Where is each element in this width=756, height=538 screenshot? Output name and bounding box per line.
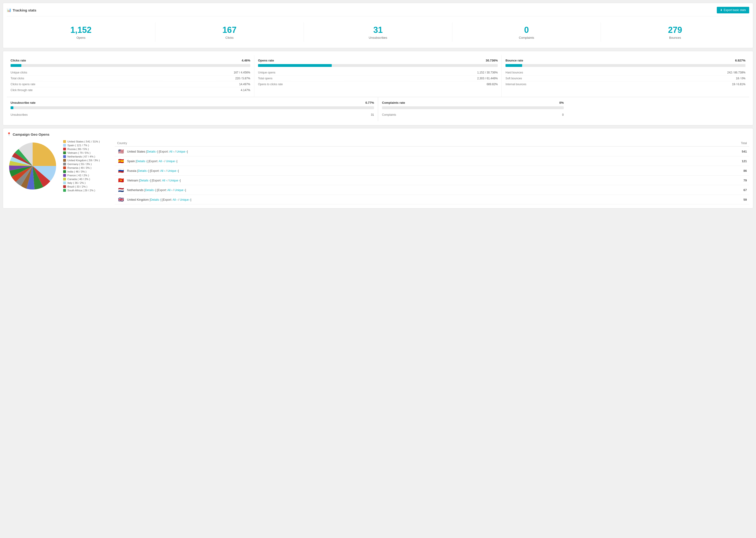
country-name: Spain	[127, 159, 135, 163]
export-unique-link[interactable]: Unique ›	[169, 179, 180, 182]
details-link[interactable]: Details ›	[147, 150, 157, 153]
legend-dot	[63, 170, 66, 173]
export-unique-link[interactable]: Unique ›	[166, 160, 177, 163]
unsubscribe-rate-bar-fill	[11, 106, 13, 109]
export-all-link[interactable]: All ›	[167, 188, 172, 192]
country-total: 121	[742, 159, 747, 163]
rate-row: Total opens 2,303 / 61.446%	[258, 76, 498, 81]
legend-dot	[63, 178, 66, 181]
bounce-rate-header: Bounce rate 6.927%	[506, 59, 745, 62]
table-header: Country Total	[115, 140, 749, 147]
legend-dot	[63, 155, 66, 158]
complaints-rate-block: Complaints rate 0% Complaints 0	[378, 97, 749, 121]
country-info: Spain [Details ›] [Export: All › / Uniqu…	[127, 159, 177, 163]
legend-item: Canada ( 40 / 2% )	[63, 178, 110, 181]
unsubscribe-rate-block: Unsubscribe rate 0.77% Unsubscribes 31	[7, 97, 378, 121]
legend-dot	[63, 174, 66, 177]
export-all-link[interactable]: All ›	[162, 179, 167, 182]
rate-row: Total clicks 220 / 5.87%	[11, 76, 250, 81]
opens-rate-bar-fill	[258, 64, 332, 67]
legend-dot	[63, 185, 66, 188]
table-row: 🇷🇺 Russia [Details ›] [Export: All › / U…	[115, 166, 749, 176]
rate-row: Unique clicks 167 / 4.456%	[11, 70, 250, 76]
country-links: [Details ›] [Export: All › / Unique ›]	[144, 188, 186, 192]
details-link[interactable]: Details ›	[138, 169, 148, 173]
legend-item: South Africa ( 29 / 2% )	[63, 189, 110, 192]
flag: 🇺🇸	[117, 149, 125, 154]
bounce-rate-block: Bounce rate 6.927% Hard bounces 242 / 86…	[502, 55, 749, 97]
legend-dot	[63, 148, 66, 150]
legend-dot	[63, 182, 66, 184]
country-left: 🇷🇺 Russia [Details ›] [Export: All › / U…	[117, 168, 179, 173]
country-links: [Details ›] [Export: All › / Unique ›]	[146, 150, 188, 153]
rate-row: Unique opens 1,152 / 30.736%	[258, 70, 498, 76]
clicks-rate-block: Clicks rate 4.46% Unique clicks 167 / 4.…	[7, 55, 254, 97]
legend-item: Germany ( 55 / 3% )	[63, 163, 110, 166]
country-total: 79	[743, 179, 747, 182]
country-name: Netherlands	[127, 188, 143, 192]
flag: 🇬🇧	[117, 197, 125, 202]
country-info: United States [Details ›] [Export: All ›…	[127, 150, 188, 153]
rate-row: Complaints 0	[382, 112, 564, 118]
geo-title: 📍 Campaign Geo Opens	[7, 132, 749, 136]
export-unique-link[interactable]: Unique ›	[167, 169, 178, 173]
export-icon: ⬇	[720, 9, 723, 12]
legend-item: France ( 42 / 2% )	[63, 174, 110, 177]
export-unique-link[interactable]: Unique ›	[176, 150, 187, 153]
clicks-rate-header: Clicks rate 4.46%	[11, 59, 250, 62]
legend-dot	[63, 166, 66, 169]
chart-icon: 📊	[7, 8, 11, 12]
legend-dot	[63, 151, 66, 154]
rates-card: Clicks rate 4.46% Unique clicks 167 / 4.…	[3, 51, 753, 125]
clicks-rate-bar-bg	[11, 64, 250, 67]
tracking-stats-card: 📊 Tracking stats ⬇ Export basic stats 1,…	[3, 3, 753, 48]
legend-item: Netherlands ( 67 / 4% )	[63, 155, 110, 158]
legend-item: Russia ( 86 / 5% )	[63, 148, 110, 150]
export-all-link[interactable]: All ›	[173, 198, 178, 201]
country-info: Vietnam [Details ›] [Export: All › / Uni…	[127, 179, 181, 182]
country-links: [Details ›] [Export: All › / Unique ›]	[137, 169, 179, 173]
complaints-rate-bar-bg	[382, 106, 564, 109]
export-unique-link[interactable]: Unique ›	[180, 198, 190, 201]
country-name: United Kingdom	[127, 198, 149, 201]
legend-dot	[63, 163, 66, 166]
export-unique-link[interactable]: Unique ›	[175, 188, 185, 192]
opens-rate-block: Opens rate 30.736% Unique opens 1,152 / …	[254, 55, 502, 97]
country-links: [Details ›] [Export: All › / Unique ›]	[149, 198, 191, 201]
country-info: Russia [Details ›] [Export: All › / Uniq…	[127, 169, 179, 173]
export-all-link[interactable]: All ›	[169, 150, 174, 153]
flag: 🇷🇺	[117, 168, 125, 173]
pie-chart	[7, 140, 58, 192]
export-all-link[interactable]: All ›	[160, 169, 165, 173]
flag: 🇻🇳	[117, 178, 125, 183]
unsubscribe-rate-header: Unsubscribe rate 0.77%	[11, 101, 374, 104]
geo-card: 📍 Campaign Geo Opens	[3, 128, 753, 208]
legend-item: Italy ( 36 / 2% )	[63, 182, 110, 184]
country-left: 🇬🇧 United Kingdom [Details ›] [Export: A…	[117, 197, 191, 202]
export-button[interactable]: ⬇ Export basic stats	[717, 7, 749, 13]
export-all-link[interactable]: All ›	[159, 160, 164, 163]
geo-legend: United States ( 541 / 31% )Spain ( 121 /…	[63, 140, 110, 204]
details-link[interactable]: Details ›	[145, 188, 155, 192]
geo-content: United States ( 541 / 31% )Spain ( 121 /…	[7, 140, 749, 204]
details-link[interactable]: Details ›	[150, 198, 161, 201]
opens-rate-header: Opens rate 30.736%	[258, 59, 498, 62]
country-left: 🇳🇱 Netherlands [Details ›] [Export: All …	[117, 188, 186, 192]
clicks-rate-bar-fill	[11, 64, 21, 67]
card-title: 📊 Tracking stats	[7, 8, 36, 12]
country-links: [Details ›] [Export: All › / Unique ›]	[139, 179, 181, 182]
table-row: 🇪🇸 Spain [Details ›] [Export: All › / Un…	[115, 156, 749, 166]
country-info: United Kingdom [Details ›] [Export: All …	[127, 198, 191, 201]
stat-complaints: 0 Complaints	[453, 23, 601, 42]
details-link[interactable]: Details ›	[136, 160, 147, 163]
complaints-rate-header: Complaints rate 0%	[382, 101, 564, 104]
country-table: Country Total 🇺🇸 United States [Details …	[115, 140, 749, 204]
stat-unsubscribes: 31 Unsubscribes	[304, 23, 453, 42]
details-link[interactable]: Details ›	[140, 179, 150, 182]
country-name: Russia	[127, 169, 136, 173]
country-name: Vietnam	[127, 179, 138, 182]
legend-dot	[63, 189, 66, 192]
card-header: 📊 Tracking stats ⬇ Export basic stats	[7, 7, 749, 17]
table-row: 🇬🇧 United Kingdom [Details ›] [Export: A…	[115, 195, 749, 204]
rates-top-grid: Clicks rate 4.46% Unique clicks 167 / 4.…	[7, 55, 749, 97]
